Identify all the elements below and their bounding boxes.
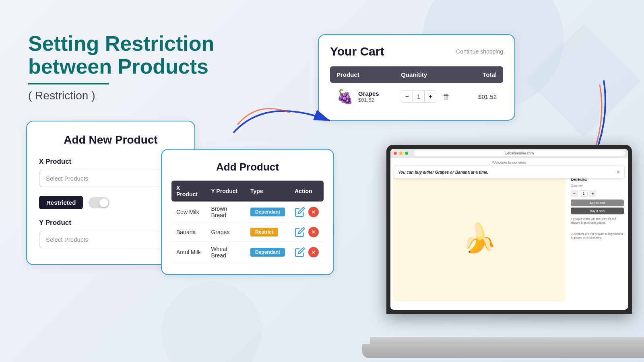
delete-icon[interactable]: ✕ [308, 227, 319, 237]
restricted-badge: Restricted [39, 196, 83, 209]
y-product-cell: Brown Bread [206, 202, 246, 223]
restrict-badge: Restrict [250, 228, 278, 237]
col-y-product: Y Product [206, 181, 246, 202]
dependant-badge: Dependant [250, 248, 285, 257]
remove-item-icon[interactable]: 🗑 [443, 93, 450, 101]
page-title: Setting Restriction between Products [28, 32, 221, 78]
bg-decoration-2 [161, 282, 262, 362]
title-section: Setting Restriction between Products ( R… [28, 32, 221, 102]
arrow-to-cart [225, 88, 338, 141]
edit-icon[interactable] [295, 227, 305, 237]
qty-value: 1 [580, 190, 588, 197]
col-type: Type [246, 181, 290, 202]
notification-popup: You can buy either Grapes or Banana at a… [394, 166, 625, 179]
table-row: Amul Milk Wheat Bread Dependant ✕ [171, 242, 324, 263]
table-row: Banana Grapes Restrict ✕ [171, 223, 324, 242]
browser-url-bar[interactable]: websitename.com [414, 150, 625, 156]
y-product-cell: Grapes [206, 223, 246, 242]
y-product-placeholder: Select Products [46, 236, 88, 243]
col-product: Product [330, 66, 394, 83]
add-product-card: Add Product X Product Y Product Type Act… [161, 149, 334, 275]
y-product-cell: Wheat Bread [206, 242, 246, 263]
add-to-cart-button[interactable]: Add to cart [571, 200, 624, 206]
continue-shopping-link[interactable]: Continue shopping [456, 48, 503, 55]
store-header-text: Welcome to our store [393, 160, 625, 165]
banana-product-section: 🍌 Banana Quantity − 1 + Add to cart Buy … [393, 175, 625, 301]
restriction-text-2: Customers are not allowed to buy banana … [571, 232, 624, 240]
x-product-cell: Banana [171, 223, 206, 242]
quantity-stepper[interactable]: − 1 + [401, 90, 436, 103]
browser-maximize-dot [405, 152, 408, 155]
type-cell: Dependant [246, 202, 290, 223]
laptop-bottom [362, 344, 644, 358]
delete-icon[interactable]: ✕ [308, 207, 319, 217]
qty-control: − 1 + 🗑 [401, 90, 460, 103]
browser-close-dot [394, 152, 397, 155]
grapes-icon: 🍇 [336, 88, 353, 105]
qty-label: Quantity [571, 184, 624, 187]
col-x-product: X Product [171, 181, 206, 202]
cart-card: Your Cart Continue shopping Product Quan… [318, 34, 515, 121]
restricted-toggle[interactable] [89, 197, 109, 208]
browser-content: Welcome to our store Home Catalog Collec… [390, 158, 628, 309]
x-product-placeholder: Select Products [46, 175, 88, 182]
cart-table: Product Quanitity Total 🍇 Grapes $01.52 [330, 66, 503, 110]
cart-item-total: $01.52 [478, 93, 497, 100]
page-subtitle: ( Restriction ) [28, 89, 221, 102]
laptop-screen: websitename.com You can buy either Grape… [390, 149, 628, 310]
qty-decrease-btn[interactable]: − [571, 190, 578, 197]
qty-decrease-button[interactable]: − [401, 91, 413, 102]
qty-value: 1 [413, 92, 425, 101]
table-row: Cow Milk Brown Bread Dependant ✕ [171, 202, 324, 223]
edit-icon[interactable] [295, 207, 305, 217]
product-name: Grapes [358, 90, 379, 97]
type-cell: Dependant [246, 242, 290, 263]
product-table: X Product Y Product Type Action Cow Milk… [171, 181, 324, 263]
add-product-title: Add Product [171, 161, 324, 173]
col-action: Action [290, 181, 324, 202]
delete-icon[interactable]: ✕ [308, 247, 319, 257]
col-total: Total [466, 66, 503, 83]
dependant-badge: Dependant [250, 208, 285, 216]
buy-now-button[interactable]: Buy it now [571, 208, 624, 214]
action-cell: ✕ [290, 242, 324, 263]
add-new-product-title: Add New Product [39, 134, 182, 146]
type-cell: Restrict [246, 223, 290, 242]
x-product-cell: Amul Milk [171, 242, 206, 263]
product-unit-price: $01.52 [358, 97, 379, 103]
cart-header: Your Cart Continue shopping [330, 45, 503, 58]
action-icons: ✕ [295, 207, 319, 217]
qty-increase-button[interactable]: + [425, 91, 436, 102]
x-product-cell: Cow Milk [171, 202, 206, 223]
laptop-mockup: websitename.com You can buy either Grape… [370, 145, 644, 362]
product-info: 🍇 Grapes $01.52 [336, 88, 388, 105]
cart-qty-cell: − 1 + 🗑 [394, 83, 466, 110]
restriction-text-1: If you purchase banana, then it's not al… [571, 217, 624, 225]
cart-row: 🍇 Grapes $01.52 − 1 + 🗑 [330, 83, 503, 110]
action-cell: ✕ [290, 202, 324, 223]
browser-minimize-dot [399, 152, 402, 155]
cart-title: Your Cart [330, 45, 384, 58]
qty-increase-btn[interactable]: + [589, 190, 597, 197]
close-icon[interactable]: ✕ [616, 169, 620, 175]
qty-row: − 1 + [571, 190, 624, 197]
action-icons: ✕ [295, 227, 319, 237]
col-quantity: Quanitity [394, 66, 466, 83]
edit-icon[interactable] [295, 247, 305, 257]
notification-text: You can buy either Grapes or Banana at a… [398, 170, 488, 175]
cart-total-cell: $01.52 [466, 83, 503, 110]
action-cell: ✕ [290, 223, 324, 242]
laptop-screen-wrapper: websitename.com You can buy either Grape… [386, 145, 632, 314]
cart-product-cell: 🍇 Grapes $01.52 [330, 83, 394, 110]
browser-bar: websitename.com [390, 149, 628, 158]
banana-details: Banana Quantity − 1 + Add to cart Buy it… [569, 175, 625, 301]
action-icons: ✕ [295, 247, 319, 257]
title-underline [28, 83, 109, 84]
banana-image: 🍌 [393, 175, 565, 301]
